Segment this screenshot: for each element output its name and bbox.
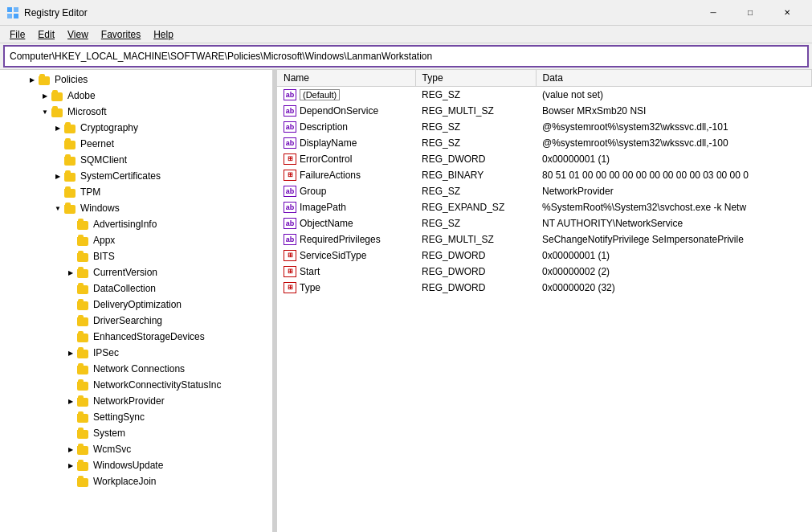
reg-type-icon: ab: [284, 218, 296, 229]
menu-file[interactable]: File: [3, 27, 31, 42]
tree-label: SystemCertificates: [80, 170, 161, 182]
expand-arrow[interactable]: [64, 443, 77, 456]
reg-type-icon: ab: [284, 105, 296, 117]
reg-type-icon: ⊞: [284, 266, 296, 277]
value-name: Group: [300, 186, 326, 197]
svg-rect-1: [14, 7, 18, 12]
table-row[interactable]: ⊞ServiceSidTypeREG_DWORD0x00000001 (1): [277, 248, 812, 264]
tree-item-windows[interactable]: Windows: [0, 200, 272, 216]
tree-item-windowsupdate[interactable]: WindowsUpdate: [0, 457, 272, 473]
value-name: ErrorControl: [300, 153, 352, 165]
tree-label: CurrentVersion: [93, 267, 157, 278]
cell-type: REG_MULTI_SZ: [415, 231, 536, 248]
col-type[interactable]: Type: [415, 70, 536, 87]
col-data[interactable]: Data: [536, 70, 811, 87]
table-row[interactable]: ⊞ErrorControlREG_DWORD0x00000001 (1): [277, 151, 812, 167]
menu-favorites[interactable]: Favorites: [95, 27, 147, 42]
expand-arrow[interactable]: [64, 266, 77, 279]
tree-item-workplacejoin[interactable]: WorkplaceJoin: [0, 473, 272, 489]
tree-item-policies[interactable]: Policies: [0, 72, 272, 88]
col-name[interactable]: Name: [277, 70, 415, 87]
cell-data: @%systemroot%\system32\wkssvc.dll,-100: [536, 135, 811, 151]
tree-panel[interactable]: Policies Adobe Microsoft Cryptography Pe…: [0, 70, 273, 532]
table-row[interactable]: abDisplayNameREG_SZ@%systemroot%\system3…: [277, 135, 812, 151]
tree-item-datacollection[interactable]: DataCollection: [0, 280, 272, 297]
tree-item-appx[interactable]: Appx: [0, 232, 272, 248]
tree-item-system[interactable]: System: [0, 425, 272, 441]
tree-item-deliveryoptimization[interactable]: DeliveryOptimization: [0, 297, 272, 313]
tree-item-peernet[interactable]: Peernet: [0, 136, 272, 152]
table-row[interactable]: ⊞TypeREG_DWORD0x00000020 (32): [277, 280, 812, 296]
cell-name: ab(Default): [277, 87, 415, 103]
tree-item-ipsec[interactable]: IPSec: [0, 345, 272, 361]
folder-icon: [64, 170, 77, 182]
table-row[interactable]: abRequiredPrivilegesREG_MULTI_SZSeChange…: [277, 231, 812, 248]
tree-label: NetworkProvider: [93, 395, 165, 407]
expand-arrow[interactable]: [39, 105, 51, 118]
table-row[interactable]: ab(Default)REG_SZ(value not set): [277, 87, 812, 103]
value-name: ImagePath: [300, 202, 346, 213]
tree-label: WorkplaceJoin: [93, 476, 156, 487]
expand-arrow[interactable]: [26, 73, 39, 86]
tree-item-networkprovider[interactable]: NetworkProvider: [0, 393, 272, 409]
tree-item-driversearching[interactable]: DriverSearching: [0, 313, 272, 329]
tree-item-bits[interactable]: BITS: [0, 248, 272, 264]
address-bar[interactable]: Computer\HKEY_LOCAL_MACHINE\SOFTWARE\Pol…: [3, 45, 809, 68]
cell-data: Bowser MRxSmb20 NSI: [536, 103, 811, 119]
menu-help[interactable]: Help: [147, 27, 180, 42]
expand-arrow[interactable]: [64, 395, 77, 407]
tree-item-networkconnectivitystatusinc[interactable]: NetworkConnectivityStatusInc: [0, 377, 272, 393]
value-name: DependOnService: [300, 105, 378, 117]
folder-icon: [77, 395, 90, 407]
folder-icon: [77, 235, 90, 246]
expand-arrow[interactable]: [64, 459, 77, 472]
value-name: ServiceSidType: [300, 250, 366, 261]
expand-arrow[interactable]: [51, 202, 64, 215]
close-button[interactable]: ✕: [769, 0, 806, 26]
table-row[interactable]: abGroupREG_SZNetworkProvider: [277, 183, 812, 199]
expand-arrow[interactable]: [51, 170, 64, 182]
expand-arrow[interactable]: [39, 89, 51, 102]
value-name: Start: [300, 266, 320, 277]
table-row[interactable]: abImagePathREG_EXPAND_SZ%SystemRoot%\Sys…: [277, 199, 812, 215]
tree-item-cryptography[interactable]: Cryptography: [0, 120, 272, 136]
tree-item-tpm[interactable]: TPM: [0, 184, 272, 200]
folder-icon: [77, 347, 90, 358]
folder-icon: [64, 186, 77, 198]
tree-label: Cryptography: [80, 122, 138, 133]
expand-arrow[interactable]: [64, 346, 77, 359]
folder-icon: [64, 154, 77, 166]
maximize-button[interactable]: □: [732, 0, 769, 26]
tree-item-wcmsvc[interactable]: WcmSvc: [0, 441, 272, 457]
tree-item-currentversion[interactable]: CurrentVersion: [0, 264, 272, 280]
tree-item-enhancedstoragedevices[interactable]: EnhancedStorageDevices: [0, 329, 272, 345]
tree-item-networkconnections[interactable]: Network Connections: [0, 361, 272, 377]
menu-view[interactable]: View: [61, 27, 95, 42]
table-row[interactable]: abObjectNameREG_SZNT AUTHORITY\NetworkSe…: [277, 215, 812, 231]
app-icon: [6, 6, 19, 19]
tree-item-adobe[interactable]: Adobe: [0, 88, 272, 104]
tree-item-advertisinginfo[interactable]: AdvertisingInfo: [0, 216, 272, 232]
cell-name: ⊞FailureActions: [277, 167, 415, 183]
cell-type: REG_SZ: [415, 183, 536, 199]
reg-type-icon: ab: [284, 234, 296, 245]
tree-item-sqmclient[interactable]: SQMClient: [0, 152, 272, 168]
cell-type: REG_EXPAND_SZ: [415, 199, 536, 215]
folder-icon: [77, 315, 90, 326]
table-row[interactable]: abDescriptionREG_SZ@%systemroot%\system3…: [277, 119, 812, 135]
tree-item-microsoft[interactable]: Microsoft: [0, 104, 272, 120]
menu-edit[interactable]: Edit: [31, 27, 61, 42]
folder-icon: [77, 331, 90, 342]
expand-arrow[interactable]: [51, 121, 64, 134]
table-row[interactable]: ⊞StartREG_DWORD0x00000002 (2): [277, 264, 812, 280]
cell-data: (value not set): [536, 87, 811, 103]
table-row[interactable]: abDependOnServiceREG_MULTI_SZBowser MRxS…: [277, 103, 812, 119]
minimize-button[interactable]: ─: [695, 0, 732, 26]
tree-item-settingsync[interactable]: SettingSync: [0, 409, 272, 425]
tree-label: NetworkConnectivityStatusInc: [93, 379, 221, 391]
folder-icon: [51, 106, 64, 117]
tree-item-systemcertificates[interactable]: SystemCertificates: [0, 168, 272, 184]
table-row[interactable]: ⊞FailureActionsREG_BINARY80 51 01 00 00 …: [277, 167, 812, 183]
cell-type: REG_DWORD: [415, 280, 536, 296]
tree-label: AdvertisingInfo: [93, 219, 157, 230]
